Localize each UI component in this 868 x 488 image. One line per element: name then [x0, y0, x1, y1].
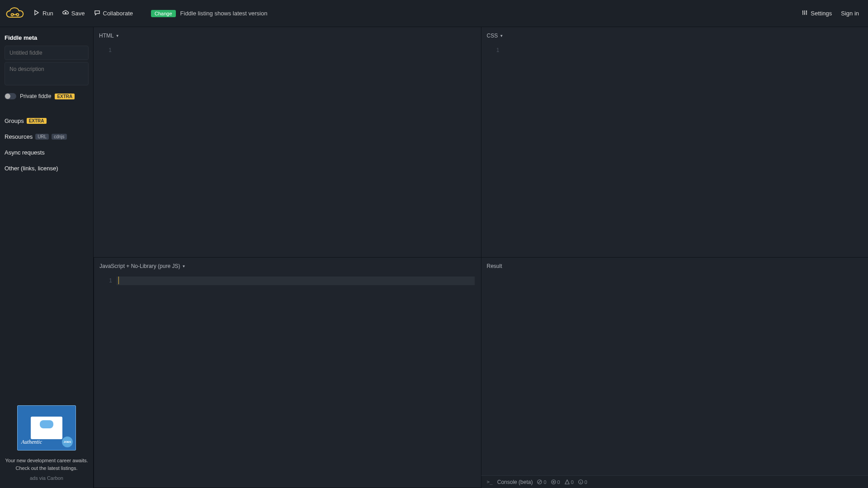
- logo[interactable]: [5, 3, 25, 24]
- pane-header-result: Result: [481, 258, 868, 275]
- pane-html: HTML ▼ 1: [94, 27, 481, 258]
- result-output: [481, 275, 868, 488]
- collaborate-button[interactable]: Collaborate: [90, 8, 138, 19]
- console-prompt-icon: >_: [487, 479, 493, 485]
- line-number: 1: [94, 277, 112, 284]
- settings-button[interactable]: Settings: [797, 8, 836, 19]
- ad-jobs-badge: JOBS: [62, 436, 73, 447]
- cdnjs-badge: cdnjs: [52, 134, 66, 140]
- groups-label: Groups: [5, 117, 24, 124]
- line-number: 1: [94, 47, 112, 53]
- console-ban-count: 0: [537, 479, 546, 485]
- caret-down-icon: ▼: [500, 34, 503, 38]
- pane-header-js[interactable]: JavaScript + No-Library (pure JS) ▼: [94, 258, 481, 275]
- code-editor-html[interactable]: 1: [94, 44, 481, 257]
- pane-title-result: Result: [487, 263, 502, 269]
- run-button[interactable]: Run: [29, 8, 58, 19]
- pane-title-css: CSS: [487, 33, 498, 39]
- ad-block[interactable]: Authentic JOBS Your new development care…: [0, 398, 93, 488]
- ad-brand: Authentic: [21, 439, 42, 446]
- console-bar[interactable]: >_ Console (beta) 0 0 0 0: [481, 475, 868, 488]
- play-icon: [33, 9, 40, 17]
- sidebar: Fiddle meta Private fiddle EXTRA Groups …: [0, 27, 94, 488]
- extra-badge: EXTRA: [55, 94, 75, 99]
- sidebar-item-async[interactable]: Async requests: [5, 145, 89, 160]
- code-editor-js[interactable]: 1: [94, 275, 481, 488]
- caret-down-icon: ▼: [116, 34, 119, 38]
- pane-header-css[interactable]: CSS ▼: [481, 27, 868, 44]
- pane-css: CSS ▼ 1: [481, 27, 868, 258]
- extra-badge: EXTRA: [27, 118, 47, 124]
- private-label: Private fiddle: [20, 93, 51, 99]
- line-number: 1: [481, 47, 500, 53]
- sidebar-item-resources[interactable]: Resources URL cdnjs: [5, 129, 89, 145]
- sidebar-item-groups[interactable]: Groups EXTRA: [5, 113, 89, 129]
- console-info-count: 0: [578, 479, 587, 485]
- pane-title-js: JavaScript + No-Library (pure JS): [99, 263, 180, 269]
- cloud-up-icon: [62, 9, 69, 17]
- ad-text: Your new development career awaits. Chec…: [5, 457, 89, 472]
- chat-icon: [94, 9, 100, 17]
- fiddle-title-input[interactable]: [5, 46, 89, 60]
- code-editor-css[interactable]: 1: [481, 44, 868, 257]
- sidebar-nav: Groups EXTRA Resources URL cdnjs Async r…: [5, 113, 89, 176]
- fiddle-meta-heading: Fiddle meta: [5, 33, 89, 46]
- gutter: 1: [481, 44, 504, 257]
- sliders-icon: [802, 9, 808, 17]
- pane-header-html[interactable]: HTML ▼: [94, 27, 481, 44]
- text-cursor: [118, 277, 119, 284]
- editor-grid: HTML ▼ 1 CSS ▼ 1 JavaScript + No-Library…: [94, 27, 868, 488]
- console-error-count: 0: [551, 479, 560, 485]
- topbar: Run Save Collaborate Change Fiddle listi…: [0, 0, 868, 27]
- resources-label: Resources: [5, 133, 33, 140]
- fiddle-description-input[interactable]: [5, 62, 89, 85]
- settings-label: Settings: [811, 10, 832, 17]
- run-label: Run: [42, 10, 53, 17]
- gutter: 1: [94, 275, 117, 488]
- svg-line-1: [538, 481, 541, 483]
- save-button[interactable]: Save: [58, 8, 90, 19]
- ad-image: Authentic JOBS: [17, 405, 76, 450]
- private-toggle-row: Private fiddle EXTRA: [5, 91, 89, 104]
- console-warn-count: 0: [565, 479, 574, 485]
- main: Fiddle meta Private fiddle EXTRA Groups …: [0, 27, 868, 488]
- collaborate-label: Collaborate: [103, 10, 133, 17]
- save-label: Save: [71, 10, 85, 17]
- pane-result: Result: [481, 258, 868, 488]
- change-text[interactable]: Fiddle listing shows latest version: [180, 10, 268, 17]
- private-toggle[interactable]: [5, 93, 16, 99]
- pane-title-html: HTML: [99, 33, 114, 39]
- url-badge: URL: [35, 134, 49, 140]
- pane-js: JavaScript + No-Library (pure JS) ▼ 1: [94, 258, 481, 488]
- change-badge[interactable]: Change: [151, 10, 176, 17]
- signin-link[interactable]: Sign in: [836, 10, 863, 17]
- ad-attribution[interactable]: ads via Carbon: [5, 475, 89, 481]
- sidebar-item-other[interactable]: Other (links, license): [5, 160, 89, 176]
- gutter: 1: [94, 44, 116, 257]
- caret-down-icon: ▼: [182, 264, 185, 268]
- console-label: Console (beta): [497, 479, 533, 485]
